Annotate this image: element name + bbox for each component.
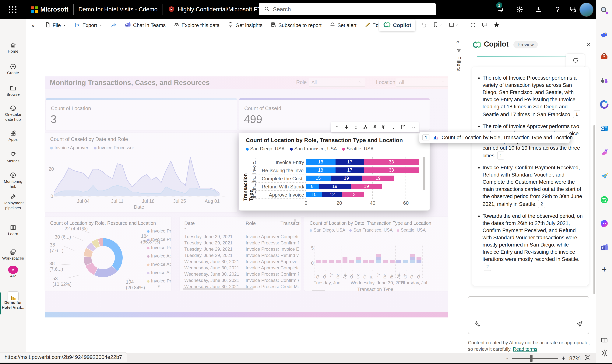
refresh-icon[interactable] bbox=[470, 22, 476, 29]
document-title[interactable]: Demo for Hotel Visits - Cdemo bbox=[78, 6, 158, 13]
drill-up-icon[interactable] bbox=[333, 123, 341, 131]
bar-segment[interactable]: 17 bbox=[336, 168, 364, 173]
horizontal-scrollbar[interactable] bbox=[183, 288, 254, 290]
bar-segment[interactable] bbox=[316, 260, 321, 263]
bar-segment[interactable] bbox=[376, 260, 381, 263]
global-search-input[interactable]: Search bbox=[259, 3, 436, 15]
download-icon[interactable] bbox=[534, 5, 543, 14]
column-header[interactable]: Role bbox=[246, 221, 256, 226]
toolbar-item-export[interactable]: Export bbox=[74, 22, 103, 29]
sidebar-spotify-icon[interactable] bbox=[599, 195, 609, 205]
bar-segment[interactable] bbox=[342, 257, 347, 263]
expand-filters-icon[interactable]: « bbox=[456, 39, 459, 45]
sidebar-search-icon[interactable] bbox=[599, 5, 609, 15]
legend-item[interactable]: San Francisco, USA bbox=[294, 146, 337, 151]
toolbar-item-set-alert[interactable]: Set alert bbox=[329, 22, 356, 29]
bar-segment[interactable] bbox=[417, 257, 421, 260]
vertical-scrollbar[interactable] bbox=[423, 157, 425, 190]
citation-chip[interactable]: 1 bbox=[497, 152, 504, 159]
sidebar-item-onelake[interactable]: OneLakedata hub bbox=[0, 104, 26, 122]
copilot-input[interactable] bbox=[468, 296, 589, 334]
bar-segment[interactable] bbox=[390, 260, 395, 263]
sidebar-toolbox-icon[interactable] bbox=[599, 52, 609, 61]
app-launcher-icon[interactable] bbox=[9, 6, 17, 13]
bar-chart-by-date[interactable]: Count of Location by Date, Transaction T… bbox=[304, 217, 448, 291]
bar-segment[interactable]: 12 bbox=[322, 192, 342, 197]
bar-segment[interactable]: 19 bbox=[362, 176, 394, 181]
bar-segment[interactable] bbox=[363, 260, 368, 263]
bar-segment[interactable]: 19 bbox=[351, 184, 382, 189]
copy-visual-icon[interactable] bbox=[380, 123, 389, 131]
legend-item[interactable]: Invoice Proc... bbox=[147, 245, 171, 250]
bar-segment[interactable] bbox=[356, 260, 361, 263]
bar-segment[interactable]: 8 bbox=[306, 184, 319, 189]
legend-item[interactable]: San Francisco, USA bbox=[353, 228, 392, 233]
sidebar-teams-icon[interactable] bbox=[599, 243, 609, 252]
focused-visual-stacked-bar[interactable]: Count of Location by Role, Transaction T… bbox=[239, 133, 430, 210]
read-terms-link[interactable]: Read terms bbox=[513, 346, 537, 352]
bar-segment[interactable]: 17 bbox=[336, 159, 364, 165]
column-header[interactable]: Transaction bbox=[280, 221, 301, 226]
legend-item[interactable]: Invoice Appr... bbox=[147, 262, 171, 267]
expand-all-icon[interactable] bbox=[352, 123, 360, 131]
close-icon[interactable] bbox=[585, 42, 591, 48]
fit-to-page-icon[interactable] bbox=[584, 354, 591, 362]
bar-segment[interactable] bbox=[323, 260, 327, 263]
bar-segment[interactable] bbox=[329, 260, 334, 263]
legend-overflow-icon[interactable]: ▼ bbox=[157, 284, 161, 289]
sidebar-item-monitoring[interactable]: Monitoringhub bbox=[0, 171, 26, 189]
citation-chip[interactable]: 1 bbox=[573, 110, 580, 118]
sidebar-item-workspaces[interactable]: Workspaces bbox=[0, 248, 26, 261]
comments-icon[interactable] bbox=[482, 22, 488, 29]
bar-segment[interactable]: 10 bbox=[306, 192, 322, 197]
role-filter-dropdown[interactable]: All bbox=[309, 78, 365, 87]
settings-icon[interactable] bbox=[516, 5, 524, 14]
bar-segment[interactable] bbox=[376, 254, 381, 257]
bar-segment[interactable] bbox=[383, 260, 388, 263]
zoom-out-button[interactable]: - bbox=[506, 354, 508, 362]
bar-segment[interactable]: 33 bbox=[364, 159, 419, 165]
bar-segment[interactable]: 18 bbox=[306, 168, 336, 173]
sidebar-send-icon[interactable] bbox=[599, 171, 609, 181]
toolbar-item-edit[interactable]: Edit bbox=[365, 22, 381, 29]
citation-visual-name[interactable]: Count of Location by Role, Transaction T… bbox=[442, 135, 573, 141]
sort-ascending-icon[interactable]: ▲ bbox=[183, 226, 187, 230]
legend-item[interactable]: Invoice Appr... bbox=[147, 253, 171, 259]
bar-segment[interactable] bbox=[396, 260, 401, 263]
sidebar-item-learn[interactable]: Learn bbox=[0, 224, 26, 236]
sidebar-microsoft-365-icon[interactable] bbox=[599, 100, 609, 109]
donut-chart-resource[interactable]: Count of Location by Role, Resource and … bbox=[45, 217, 171, 291]
view-button[interactable] bbox=[448, 22, 459, 29]
copilot-scrollbar[interactable] bbox=[593, 125, 595, 294]
bar-segment[interactable]: 19 bbox=[331, 176, 362, 181]
sidebar-add-icon[interactable]: + bbox=[599, 264, 609, 274]
drill-mode-icon[interactable] bbox=[361, 123, 370, 131]
legend-item[interactable]: San Diego, USA bbox=[250, 146, 285, 151]
bar-segment[interactable] bbox=[349, 260, 354, 263]
sidebar-item-ai2[interactable]: AAI2 bbox=[0, 266, 26, 278]
toolbar-item-subscribe-to-report[interactable]: Subscribe to report bbox=[270, 22, 322, 29]
sidebar-item-home[interactable]: Home bbox=[0, 41, 26, 54]
send-icon[interactable] bbox=[575, 320, 584, 328]
citation-chip[interactable]: 2 bbox=[538, 200, 545, 208]
favorite-star-icon[interactable] bbox=[493, 21, 500, 29]
feedback-icon[interactable] bbox=[569, 5, 577, 14]
toolbar-item-file[interactable]: File bbox=[45, 22, 67, 29]
toolbar-item-explore-this-data[interactable]: Explore this data bbox=[173, 22, 220, 29]
legend-item[interactable]: Invoice Proc... bbox=[147, 278, 171, 284]
focus-mode-icon[interactable] bbox=[399, 123, 407, 131]
donut-slice[interactable] bbox=[103, 238, 123, 271]
bar-segment[interactable] bbox=[417, 260, 421, 263]
kpi-card-location[interactable]: Count of Location 3 bbox=[46, 98, 237, 130]
sidebar-games-icon[interactable] bbox=[599, 75, 609, 85]
zoom-slider[interactable] bbox=[512, 358, 558, 359]
sidebar-messenger-icon[interactable] bbox=[599, 219, 609, 229]
bar-segment[interactable]: 18 bbox=[306, 159, 336, 165]
column-grip[interactable] bbox=[294, 219, 296, 221]
bar-segment[interactable]: 19 bbox=[319, 184, 351, 189]
sidebar-item-create[interactable]: Create bbox=[0, 63, 26, 75]
location-filter-dropdown[interactable]: All bbox=[396, 78, 448, 87]
sidebar-split-screen-icon[interactable] bbox=[599, 335, 609, 345]
bar-segment[interactable] bbox=[376, 257, 381, 260]
sidebar-shopping-icon[interactable] bbox=[599, 30, 609, 40]
